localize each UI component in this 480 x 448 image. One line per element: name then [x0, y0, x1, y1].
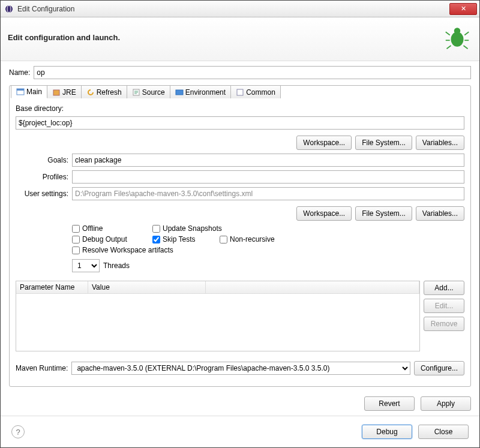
titlebar: Edit Configuration ✕	[1, 1, 479, 17]
svg-point-3	[454, 28, 461, 34]
skip-tests-checkbox[interactable]: Skip Tests	[152, 235, 206, 243]
param-remove-button[interactable]: Remove	[424, 317, 464, 331]
eclipse-icon	[4, 4, 14, 14]
parameter-table-buttons: Add... Edit... Remove	[424, 281, 464, 351]
revert-apply-row: Revert Apply	[9, 390, 471, 411]
window-title: Edit Configuration	[17, 5, 449, 13]
configure-button[interactable]: Configure...	[414, 361, 464, 375]
content-area: Name: Main JRE Refresh Sourc	[1, 61, 479, 416]
tab-main[interactable]: Main	[11, 85, 47, 98]
basedir-variables-button[interactable]: Variables...	[416, 136, 464, 150]
tab-jre[interactable]: JRE	[47, 85, 82, 98]
param-edit-button[interactable]: Edit...	[424, 299, 464, 313]
user-settings-button-row: Workspace... File System... Variables...	[16, 206, 464, 221]
close-button[interactable]: Close	[418, 425, 469, 439]
window-close-button[interactable]: ✕	[449, 3, 477, 15]
offline-checkbox[interactable]: Offline	[72, 224, 139, 233]
resolve-workspace-checkbox[interactable]: Resolve Workspace artifacts	[72, 246, 173, 254]
subheader: Edit configuration and launch.	[1, 17, 479, 61]
maven-runtime-label: Maven Runtime:	[16, 364, 68, 372]
svg-rect-12	[53, 90, 59, 95]
svg-point-0	[5, 5, 13, 13]
footer: ? Debug Close	[1, 416, 479, 447]
dialog-window: Edit Configuration ✕ Edit configuration …	[0, 0, 480, 448]
debug-output-checkbox[interactable]: Debug Output	[72, 235, 139, 243]
base-directory-label: Base directory:	[16, 104, 464, 113]
non-recursive-checkbox[interactable]: Non-recursive	[220, 235, 275, 243]
tab-body-main: Base directory: Workspace... File System…	[16, 98, 464, 375]
maven-runtime-select[interactable]: apache-maven-3.5.0 (EXTERNAL D:\Program …	[71, 362, 410, 375]
common-tab-icon	[236, 88, 244, 97]
user-settings-input[interactable]	[72, 187, 464, 200]
svg-line-8	[447, 46, 451, 49]
goals-row: Goals:	[16, 154, 464, 167]
basedir-workspace-button[interactable]: Workspace...	[296, 136, 352, 150]
refresh-tab-icon	[86, 88, 95, 97]
maven-runtime-row: Maven Runtime: apache-maven-3.5.0 (EXTER…	[16, 361, 464, 375]
bug-icon	[445, 25, 470, 50]
profiles-row: Profiles:	[16, 170, 464, 184]
debug-button[interactable]: Debug	[362, 425, 412, 439]
base-dir-button-row: Workspace... File System... Variables...	[16, 136, 464, 150]
source-tab-icon	[132, 88, 140, 97]
base-directory-input[interactable]	[16, 116, 464, 130]
tab-refresh[interactable]: Refresh	[81, 85, 127, 98]
us-variables-button[interactable]: Variables...	[416, 206, 464, 221]
svg-line-9	[464, 46, 468, 49]
revert-button[interactable]: Revert	[364, 396, 415, 411]
goals-input[interactable]	[72, 154, 464, 167]
tab-common[interactable]: Common	[230, 85, 281, 98]
threads-select[interactable]: 1	[72, 259, 100, 272]
options-grid: Offline Update Snapshots Debug Output Sk…	[16, 224, 464, 254]
col-value[interactable]: Value	[88, 281, 206, 293]
profiles-input[interactable]	[72, 170, 464, 184]
param-add-button[interactable]: Add...	[424, 281, 464, 295]
parameter-table-wrap: Parameter Name Value Add... Edit... Remo…	[16, 281, 464, 351]
profiles-label: Profiles:	[16, 173, 68, 181]
svg-rect-15	[237, 89, 243, 95]
threads-label: Threads	[103, 261, 130, 270]
basedir-filesystem-button[interactable]: File System...	[355, 136, 412, 150]
us-filesystem-button[interactable]: File System...	[355, 206, 412, 221]
goals-label: Goals:	[16, 156, 68, 164]
parameter-table[interactable]: Parameter Name Value	[16, 281, 420, 351]
help-icon[interactable]: ?	[11, 425, 25, 438]
tab-source[interactable]: Source	[127, 85, 170, 98]
us-workspace-button[interactable]: Workspace...	[296, 206, 352, 221]
update-snapshots-checkbox[interactable]: Update Snapshots	[152, 224, 222, 233]
col-spacer	[206, 281, 419, 293]
svg-line-4	[446, 32, 450, 35]
tabs-panel: Main JRE Refresh Source Environment	[9, 85, 471, 387]
name-input[interactable]	[34, 66, 471, 79]
main-tab-icon	[16, 88, 25, 96]
col-parameter-name[interactable]: Parameter Name	[16, 281, 88, 293]
name-label: Name:	[9, 68, 30, 77]
close-icon: ✕	[461, 5, 466, 13]
svg-line-5	[464, 32, 469, 35]
name-row: Name:	[9, 66, 471, 79]
svg-point-2	[451, 32, 464, 47]
tabstrip: Main JRE Refresh Source Environment	[11, 85, 464, 98]
tab-environment[interactable]: Environment	[170, 85, 231, 98]
threads-row: 1 Threads	[16, 259, 464, 272]
parameter-table-header: Parameter Name Value	[16, 281, 419, 294]
environment-tab-icon	[175, 88, 184, 97]
svg-rect-11	[17, 89, 24, 91]
user-settings-row: User settings:	[16, 187, 464, 200]
svg-rect-14	[176, 90, 183, 95]
apply-button[interactable]: Apply	[421, 396, 471, 411]
user-settings-label: User settings:	[16, 190, 68, 198]
subheader-title: Edit configuration and launch.	[8, 33, 120, 42]
jre-tab-icon	[52, 88, 61, 97]
